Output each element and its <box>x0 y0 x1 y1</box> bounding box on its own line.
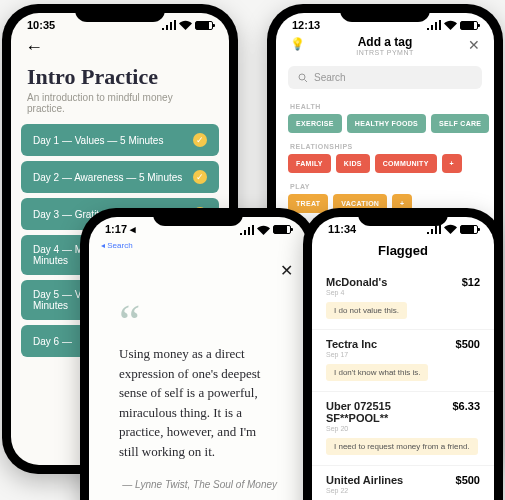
signal-icon <box>162 20 176 30</box>
quote-mark-icon: “ <box>89 250 307 334</box>
svg-point-0 <box>299 74 305 80</box>
wifi-icon <box>444 20 457 30</box>
notch <box>153 208 243 226</box>
tag-chip[interactable]: COMMUNITY <box>375 154 437 173</box>
notch <box>358 208 448 226</box>
battery-icon <box>460 225 478 234</box>
tag-chip[interactable]: FAMILY <box>288 154 331 173</box>
tag-chip[interactable]: KIDS <box>336 154 370 173</box>
clock: 12:13 <box>292 19 320 31</box>
hint-icon[interactable]: 💡 <box>290 37 305 51</box>
signal-icon <box>240 225 254 235</box>
wifi-icon <box>179 20 192 30</box>
txn-date: Sep 4 <box>326 289 480 296</box>
category-label: PLAY <box>276 177 494 194</box>
close-icon[interactable]: ✕ <box>468 37 480 53</box>
search-input[interactable]: Search <box>288 66 482 89</box>
check-icon: ✓ <box>193 133 207 147</box>
lesson-label: Day 6 — <box>33 336 72 347</box>
check-icon: ✓ <box>193 170 207 184</box>
txn-note: I do not value this. <box>326 302 407 319</box>
category-label: RELATIONSHIPS <box>276 137 494 154</box>
battery-icon <box>273 225 291 234</box>
txn-amount: $500 <box>456 474 480 486</box>
txn-name: Uber 072515 SF**POOL** <box>326 400 452 424</box>
txn-amount: $6.33 <box>452 400 480 412</box>
lesson-row[interactable]: Day 2 — Awareness — 5 Minutes✓ <box>21 161 219 193</box>
tag-row: FAMILYKIDSCOMMUNITY+ <box>276 154 494 177</box>
battery-icon <box>195 21 213 30</box>
page-subtitle: An introduction to mindful money practic… <box>11 92 229 124</box>
txn-note: I need to request money from a friend. <box>326 438 478 455</box>
search-placeholder: Search <box>314 72 346 83</box>
back-button[interactable]: ← <box>11 33 229 58</box>
search-icon <box>298 73 308 83</box>
modal-subtitle: INTRST PYMNT <box>276 49 494 56</box>
svg-line-1 <box>305 79 308 82</box>
txn-name: Tectra Inc <box>326 338 377 350</box>
lesson-label: Day 2 — Awareness — 5 Minutes <box>33 172 182 183</box>
notch <box>340 4 430 22</box>
wifi-icon <box>444 224 457 234</box>
page-title: Flagged <box>312 237 494 268</box>
txn-amount: $12 <box>462 276 480 288</box>
page-title: Intro Practice <box>11 58 229 92</box>
txn-date: Sep 17 <box>326 351 480 358</box>
signal-icon <box>427 20 441 30</box>
phone-flagged: 11:34 Flagged McDonald's$12Sep 4I do not… <box>303 208 503 500</box>
tag-chip[interactable]: EXERCISE <box>288 114 342 133</box>
txn-date: Sep 22 <box>326 487 480 494</box>
add-tag-button[interactable]: + <box>442 154 462 173</box>
tag-row: EXERCISEHEALTHY FOODSSELF CARE+ <box>276 114 494 137</box>
clock: 1:17 ◂ <box>105 223 136 236</box>
txn-amount: $500 <box>456 338 480 350</box>
clock: 10:35 <box>27 19 55 31</box>
txn-date: Sep 20 <box>326 425 480 432</box>
tag-chip[interactable]: SELF CARE <box>431 114 489 133</box>
back-to-search[interactable]: ◂ Search <box>89 238 307 250</box>
phone-quote: 1:17 ◂ ◂ Search ✕ “ Using money as a dir… <box>80 208 316 500</box>
clock: 11:34 <box>328 223 356 235</box>
tag-chip[interactable]: HEALTHY FOODS <box>347 114 426 133</box>
transaction-row[interactable]: Uber 072515 SF**POOL**$6.33Sep 20I need … <box>312 392 494 466</box>
txn-note: I don't know what this is. <box>326 364 428 381</box>
transaction-row[interactable]: McDonald's$12Sep 4I do not value this. <box>312 268 494 330</box>
txn-name: McDonald's <box>326 276 387 288</box>
wifi-icon <box>257 225 270 235</box>
lesson-row[interactable]: Day 1 — Values — 5 Minutes✓ <box>21 124 219 156</box>
quote-attribution: — Lynne Twist, The Soul of Money <box>89 471 307 498</box>
transaction-row[interactable]: Tectra Inc$500Sep 17I don't know what th… <box>312 330 494 392</box>
modal-header: 💡 Add a tag INTRST PYMNT ✕ <box>276 33 494 58</box>
txn-name: United Airlines <box>326 474 403 486</box>
battery-icon <box>460 21 478 30</box>
close-icon[interactable]: ✕ <box>280 261 293 280</box>
transaction-row[interactable]: United Airlines$500Sep 22I need to submi… <box>312 466 494 500</box>
modal-title: Add a tag <box>276 35 494 49</box>
lesson-label: Day 1 — Values — 5 Minutes <box>33 135 163 146</box>
quote-body: Using money as a direct expression of on… <box>89 334 307 471</box>
notch <box>75 4 165 22</box>
category-label: HEALTH <box>276 97 494 114</box>
